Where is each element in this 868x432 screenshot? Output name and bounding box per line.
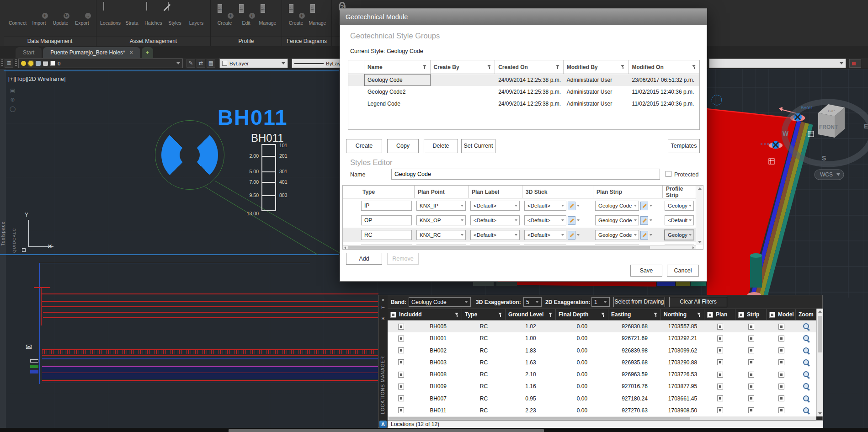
column-header-id[interactable]: Id [414, 309, 462, 320]
table-row[interactable]: Geology Code24/09/2014 12:25:38 p.m.Admi… [348, 74, 699, 86]
zoom-icon[interactable] [803, 371, 810, 378]
toolbar-grip[interactable] [15, 59, 17, 67]
column-header-final-depth[interactable]: Final Depth [556, 309, 608, 320]
ribbon-group-label[interactable]: Fence Diagrams [282, 36, 331, 46]
locations-table-row[interactable]: BH008RC2.100.00926963.591703726.53 [388, 368, 816, 380]
plan-label-dropdown[interactable]: <Default> [470, 201, 520, 211]
color-combo[interactable]: ByLayer [219, 59, 288, 68]
navbar-fullnav-icon[interactable]: ▣ [9, 87, 16, 94]
compass-east-label[interactable]: E [864, 123, 868, 130]
scroll-down-icon[interactable] [698, 241, 702, 243]
column-header-3d-stick[interactable]: 3D Stick [522, 186, 593, 198]
column-header-model[interactable]: Model [767, 309, 796, 320]
include-checkbox[interactable] [398, 324, 404, 330]
layer-tools-icon[interactable]: ≣ [5, 59, 13, 68]
column-header-modified-by[interactable]: Modified By [564, 60, 629, 74]
column-header-strip[interactable]: Strip [735, 309, 767, 320]
column-header-include[interactable]: Include [388, 309, 414, 320]
toolspace-palette[interactable]: Toolspace [0, 69, 6, 432]
plan-point-dropdown[interactable]: KNX_IP [416, 201, 466, 211]
ribbon-group-label[interactable]: Data Management [4, 36, 96, 46]
toggle-checkbox[interactable] [778, 359, 784, 365]
3d-viewport[interactable]: BH011 TOP FRONT W E S WCS [707, 69, 868, 298]
create-button[interactable]: Create [346, 139, 382, 153]
cancel-button[interactable]: Cancel [667, 265, 699, 277]
borehole-symbol[interactable] [161, 127, 218, 183]
locations-table-row[interactable]: BH007RC0.950.00927180.241703661.45 [388, 393, 816, 405]
styles-editor-table[interactable]: TypePlan PointPlan Label3D StickPlan Str… [342, 185, 703, 250]
ribbon-item-create[interactable]: Create [286, 2, 306, 36]
filter-icon[interactable] [423, 65, 427, 69]
row-selector-cell[interactable] [343, 213, 359, 228]
layer-combo[interactable]: 0 [18, 59, 183, 68]
edit-style-icon[interactable] [568, 231, 575, 240]
row-selector-cell[interactable] [348, 98, 364, 110]
edit-style-icon[interactable] [640, 231, 648, 240]
zoom-icon[interactable] [803, 407, 810, 414]
include-checkbox[interactable] [398, 336, 404, 341]
scrollbar-thumb[interactable] [818, 316, 822, 352]
zoom-icon[interactable] [803, 395, 810, 402]
toggle-checkbox[interactable] [748, 336, 754, 341]
ribbon-group-label[interactable]: Asset Management [96, 36, 210, 46]
filter-icon[interactable] [498, 313, 502, 317]
type-input[interactable]: IP [361, 201, 412, 211]
pin-icon[interactable]: ⊢ [378, 305, 388, 310]
stick-dropdown[interactable]: <Default> [524, 215, 566, 225]
plot-style-icon[interactable] [849, 59, 861, 68]
toggle-checkbox[interactable] [717, 395, 723, 401]
ribbon-item-import[interactable]: Import [29, 2, 49, 36]
ribbon-item-strata[interactable]: Strata [122, 2, 142, 36]
plan-label-dropdown[interactable]: <Default> [470, 230, 520, 240]
row-selector-cell[interactable] [343, 228, 359, 242]
edit-style-icon[interactable] [568, 202, 575, 210]
locations-table-row[interactable]: BH002RC1.830.00926839.981703099.62 [388, 345, 816, 357]
locations-table-row[interactable]: BH005RC1.020.00926830.681703557.85 [388, 320, 816, 332]
zoom-icon[interactable] [803, 359, 810, 366]
toggle-checkbox[interactable] [748, 384, 754, 389]
toggle-checkbox[interactable] [717, 407, 723, 413]
row-selector-cell[interactable] [343, 198, 359, 213]
navbar-pan-icon[interactable]: ⊕ [9, 96, 16, 103]
toggle-checkbox[interactable] [778, 372, 784, 378]
layer-states-icon[interactable]: ▤ [207, 59, 215, 68]
toggle-checkbox[interactable] [748, 359, 754, 365]
column-header-name[interactable]: Name [364, 60, 431, 74]
chevron-down-icon[interactable] [650, 219, 652, 221]
column-header-profile-strip[interactable]: Profile Strip [663, 186, 697, 198]
filter-icon[interactable] [556, 65, 560, 69]
exaggeration-2d-dropdown[interactable]: 1 [591, 297, 610, 307]
include-checkbox[interactable] [398, 347, 404, 353]
locations-table[interactable]: BH005RC1.020.00926830.681703557.85BH001R… [388, 320, 816, 416]
match-layer-icon[interactable]: ⇄ [197, 59, 205, 68]
toggle-checkbox[interactable] [778, 384, 784, 389]
zoom-icon[interactable] [803, 347, 810, 354]
locations-table-header[interactable]: IncludeIdTypeGround LevelFinal DepthEast… [388, 309, 816, 320]
toggle-checkbox[interactable] [748, 407, 754, 413]
ribbon-item-hatches[interactable]: Hatches [143, 2, 164, 36]
filter-icon[interactable] [692, 65, 696, 69]
profile-strip-dropdown[interactable]: Geology Code [665, 201, 694, 211]
locations-table-row[interactable]: BH001RC1.000.00926721.691703292.21 [388, 332, 816, 344]
dialog-titlebar[interactable]: Geotechnical Module [340, 9, 707, 25]
toggle-checkbox[interactable] [717, 324, 723, 330]
close-tab-icon[interactable]: × [130, 47, 133, 58]
close-icon[interactable]: × [378, 297, 388, 303]
toggle-checkbox[interactable] [717, 359, 723, 365]
new-tab-button[interactable]: + [142, 47, 153, 58]
horizontal-scrollbar[interactable] [343, 245, 696, 249]
column-header-create-by[interactable]: Create By [431, 60, 495, 74]
viewport-controls-label[interactable]: [+][Top][2D Wireframe] [8, 76, 65, 82]
column-header-type[interactable]: Type [359, 186, 415, 198]
stick-dropdown[interactable]: <Default> [524, 201, 566, 211]
column-header-modified-on[interactable]: Modified On [628, 60, 699, 74]
templates-button[interactable]: Templates [668, 139, 700, 153]
toggle-checkbox[interactable] [748, 372, 754, 378]
filter-icon[interactable] [548, 313, 553, 317]
scrollbar-thumb[interactable] [389, 417, 690, 420]
column-header-created-on[interactable]: Created On [495, 60, 564, 74]
locations-table-row[interactable]: BH003RC1.630.00926935.681703290.88 [388, 357, 816, 368]
filter-icon[interactable] [697, 313, 701, 317]
chevron-down-icon[interactable] [577, 234, 580, 236]
chevron-down-icon[interactable] [650, 234, 652, 236]
